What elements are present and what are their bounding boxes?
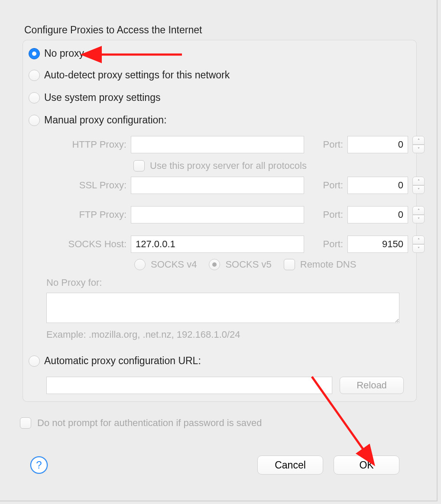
radio-label-pac: Automatic proxy configuration URL: [44, 355, 201, 367]
auth-prompt-checkbox[interactable] [20, 417, 31, 429]
cancel-button[interactable]: Cancel [257, 456, 323, 475]
socks-host-label: SOCKS Host: [40, 239, 126, 250]
socks-port-input[interactable] [347, 236, 408, 253]
socks-version-row: SOCKS v4 SOCKS v5 Remote DNS [134, 259, 356, 270]
stepper-down-icon[interactable]: ˅ [412, 215, 425, 223]
pac-url-input[interactable] [46, 377, 332, 394]
ssl-proxy-label: SSL Proxy: [40, 180, 126, 191]
proxy-options-group: No proxy Auto-detect proxy settings for … [23, 40, 417, 402]
http-proxy-port-label: Port: [308, 139, 343, 150]
no-proxy-example-text: Example: .mozilla.org, .net.nz, 192.168.… [46, 329, 399, 340]
radio-pac[interactable] [29, 355, 40, 367]
stepper-down-icon[interactable]: ˅ [412, 145, 425, 153]
label-socks-v5: SOCKS v5 [225, 259, 271, 270]
label-socks-v4: SOCKS v4 [151, 259, 197, 270]
socks-host-row: SOCKS Host: Port: ˄ ˅ [40, 236, 404, 253]
ftp-proxy-port-input[interactable] [347, 206, 408, 223]
share-all-label: Use this proxy server for all protocols [150, 160, 307, 171]
ssl-proxy-row: SSL Proxy: Port: ˄ ˅ [40, 177, 404, 194]
stepper-up-icon[interactable]: ˄ [412, 206, 425, 215]
socks-port-stepper[interactable]: ˄ ˅ [412, 236, 425, 253]
radio-system[interactable] [29, 92, 40, 103]
radio-socks-v5[interactable] [209, 259, 220, 270]
radio-label-auto-detect: Auto-detect proxy settings for this netw… [44, 69, 230, 81]
no-proxy-for-textarea[interactable] [46, 293, 399, 323]
label-remote-dns: Remote DNS [300, 259, 357, 270]
ftp-port-stepper[interactable]: ˄ ˅ [412, 206, 425, 223]
stepper-up-icon[interactable]: ˄ [412, 136, 425, 145]
auth-prompt-row[interactable]: Do not prompt for authentication if pass… [20, 417, 262, 429]
help-button[interactable]: ? [30, 456, 48, 474]
radio-no-proxy[interactable] [29, 48, 40, 59]
radio-manual[interactable] [29, 115, 40, 126]
radio-row-auto-detect[interactable]: Auto-detect proxy settings for this netw… [29, 69, 230, 81]
radio-socks-v4[interactable] [134, 259, 146, 270]
http-proxy-row: HTTP Proxy: Port: ˄ ˅ [40, 136, 404, 153]
section-heading: Configure Proxies to Access the Internet [24, 24, 202, 36]
socks-host-input[interactable] [131, 236, 304, 253]
radio-label-system: Use system proxy settings [44, 92, 160, 103]
stepper-down-icon[interactable]: ˅ [412, 185, 425, 194]
stepper-up-icon[interactable]: ˄ [412, 177, 425, 185]
http-port-stepper[interactable]: ˄ ˅ [412, 136, 425, 153]
ssl-proxy-port-label: Port: [308, 180, 343, 191]
ssl-port-stepper[interactable]: ˄ ˅ [412, 177, 425, 194]
radio-row-no-proxy[interactable]: No proxy [29, 48, 84, 59]
ok-button[interactable]: OK [334, 456, 399, 475]
share-all-checkbox[interactable] [133, 160, 145, 171]
radio-label-manual: Manual proxy configuration: [44, 114, 167, 126]
ftp-proxy-port-label: Port: [308, 209, 343, 220]
ftp-proxy-label: FTP Proxy: [40, 209, 126, 220]
stepper-up-icon[interactable]: ˄ [412, 236, 425, 244]
http-proxy-port-input[interactable] [347, 136, 408, 153]
radio-row-manual[interactable]: Manual proxy configuration: [29, 114, 167, 126]
ssl-proxy-host-input[interactable] [131, 177, 304, 194]
stepper-down-icon[interactable]: ˅ [412, 244, 425, 253]
radio-label-no-proxy: No proxy [44, 48, 84, 59]
ftp-proxy-host-input[interactable] [131, 206, 304, 223]
socks-port-label: Port: [308, 239, 343, 250]
remote-dns-checkbox[interactable] [284, 259, 295, 270]
no-proxy-for-label: No Proxy for: [46, 277, 399, 288]
radio-row-pac[interactable]: Automatic proxy configuration URL: [29, 355, 201, 367]
reload-button[interactable]: Reload [340, 377, 404, 394]
share-proxy-all-row[interactable]: Use this proxy server for all protocols [133, 160, 307, 171]
http-proxy-host-input[interactable] [131, 136, 304, 153]
radio-auto-detect[interactable] [29, 70, 40, 81]
ssl-proxy-port-input[interactable] [347, 177, 408, 194]
radio-row-system[interactable]: Use system proxy settings [29, 92, 160, 103]
proxy-settings-dialog: Configure Proxies to Access the Internet… [0, 0, 438, 501]
no-proxy-for-section: No Proxy for: Example: .mozilla.org, .ne… [46, 277, 399, 340]
auth-prompt-label: Do not prompt for authentication if pass… [37, 417, 262, 429]
http-proxy-label: HTTP Proxy: [40, 139, 126, 150]
ftp-proxy-row: FTP Proxy: Port: ˄ ˅ [40, 206, 404, 223]
